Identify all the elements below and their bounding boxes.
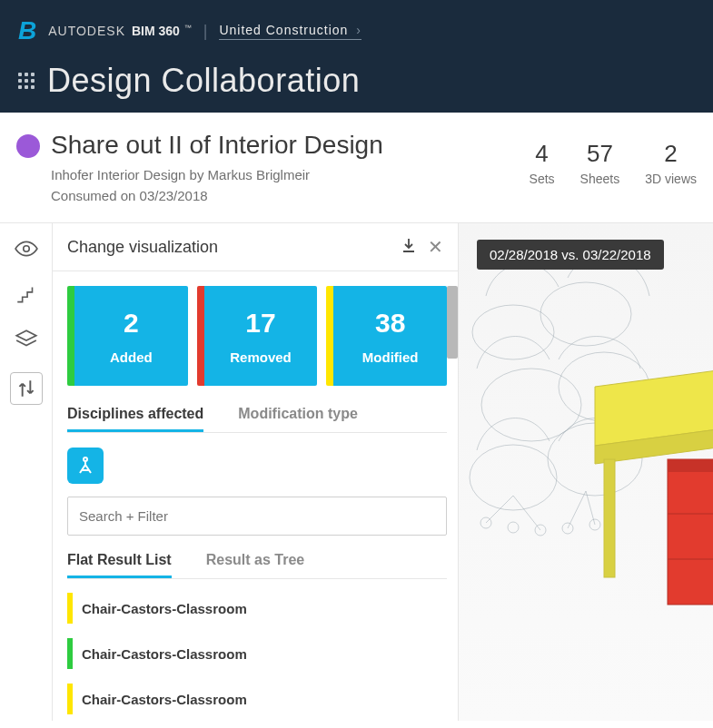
svg-rect-21 bbox=[668, 459, 713, 605]
result-item[interactable]: Chair-Castors-Classroom bbox=[67, 681, 447, 717]
stat-sheets-label: Sheets bbox=[580, 172, 620, 186]
stat-sets-value: 4 bbox=[530, 140, 555, 168]
card-added[interactable]: 2 Added bbox=[67, 286, 188, 386]
company-name: United Construction bbox=[219, 23, 348, 37]
svg-marker-1 bbox=[16, 330, 36, 340]
header-title-row: Design Collaboration bbox=[18, 62, 695, 100]
company-dropdown[interactable]: United Construction › bbox=[219, 23, 361, 40]
result-item[interactable]: Chair-Castors-Classroom bbox=[67, 590, 447, 626]
left-rail bbox=[0, 223, 53, 721]
svg-rect-22 bbox=[668, 459, 713, 472]
stat-sheets[interactable]: 57 Sheets bbox=[580, 140, 620, 206]
card-removed-num: 17 bbox=[245, 308, 275, 339]
result-view-tabs: Flat Result List Result as Tree bbox=[67, 552, 447, 579]
svg-point-4 bbox=[540, 282, 631, 346]
page-title: Design Collaboration bbox=[47, 62, 360, 100]
package-meta-date: Consumed on 03/23/2018 bbox=[51, 186, 383, 207]
filter-tabs: Disciplines affected Modification type bbox=[67, 406, 447, 433]
stairs-icon[interactable] bbox=[14, 281, 39, 307]
trademark-icon: ™ bbox=[184, 24, 193, 32]
stat-3dviews[interactable]: 2 3D views bbox=[645, 140, 697, 206]
svg-point-0 bbox=[23, 246, 29, 252]
brand-light: AUTODESK bbox=[48, 24, 125, 38]
divider-icon: | bbox=[203, 22, 209, 41]
svg-point-2 bbox=[84, 457, 87, 461]
card-added-num: 2 bbox=[124, 308, 139, 339]
svg-line-14 bbox=[486, 496, 513, 523]
tab-disciplines[interactable]: Disciplines affected bbox=[67, 406, 203, 432]
subheader-left: Share out II of Interior Design Inhofer … bbox=[16, 131, 383, 206]
search-filter-input[interactable] bbox=[67, 497, 447, 536]
result-item-label: Chair-Castors-Classroom bbox=[82, 601, 247, 616]
svg-point-10 bbox=[508, 522, 519, 533]
card-added-label: Added bbox=[110, 349, 153, 365]
panel-body: 2 Added 17 Removed 38 Modified Disciplin… bbox=[53, 271, 458, 721]
stat-3dviews-value: 2 bbox=[645, 140, 697, 168]
card-removed[interactable]: 17 Removed bbox=[197, 286, 318, 386]
svg-point-7 bbox=[470, 445, 557, 510]
brand-bold: BIM 360 bbox=[132, 24, 180, 38]
brand-text: AUTODESK BIM 360 ™ bbox=[48, 24, 192, 38]
card-modified-label: Modified bbox=[362, 349, 419, 365]
summary-cards: 2 Added 17 Removed 38 Modified bbox=[67, 286, 447, 386]
result-list: Chair-Castors-Classroom Chair-Castors-Cl… bbox=[67, 590, 447, 717]
stat-3dviews-label: 3D views bbox=[645, 172, 697, 186]
svg-line-16 bbox=[568, 491, 586, 528]
tab-flat-list[interactable]: Flat Result List bbox=[67, 552, 172, 578]
change-panel: Change visualization ✕ 2 Added 17 Remove… bbox=[53, 223, 459, 721]
package-meta-author: Inhofer Interior Design by Markus Briglm… bbox=[51, 165, 383, 186]
app-launcher-icon[interactable] bbox=[18, 73, 35, 89]
status-bar-icon bbox=[67, 593, 73, 624]
status-bar-icon bbox=[67, 638, 73, 669]
tab-modification-type[interactable]: Modification type bbox=[238, 406, 358, 432]
stats-row: 4 Sets 57 Sheets 2 3D views bbox=[530, 140, 697, 206]
svg-line-15 bbox=[513, 496, 540, 530]
main-area: Change visualization ✕ 2 Added 17 Remove… bbox=[0, 223, 713, 721]
compare-date-badge: 02/28/2018 vs. 03/22/2018 bbox=[477, 240, 664, 270]
header-top-row: B AUTODESK BIM 360 ™ | United Constructi… bbox=[18, 16, 695, 45]
layers-icon[interactable] bbox=[14, 327, 39, 352]
scrollbar-thumb[interactable] bbox=[447, 286, 458, 359]
3d-viewer[interactable]: 02/28/2018 vs. 03/22/2018 bbox=[459, 223, 713, 721]
panel-actions: ✕ bbox=[402, 236, 443, 258]
card-modified-num: 38 bbox=[375, 308, 405, 339]
close-icon[interactable]: ✕ bbox=[428, 236, 443, 258]
svg-line-17 bbox=[586, 491, 595, 525]
card-modified[interactable]: 38 Modified bbox=[326, 286, 447, 386]
card-removed-label: Removed bbox=[230, 349, 292, 365]
subheader: Share out II of Interior Design Inhofer … bbox=[0, 113, 713, 223]
discipline-architecture-icon[interactable] bbox=[67, 448, 104, 484]
status-bar-icon bbox=[67, 684, 73, 714]
panel-header: Change visualization ✕ bbox=[53, 223, 458, 271]
package-title: Share out II of Interior Design bbox=[51, 131, 383, 160]
result-item[interactable]: Chair-Castors-Classroom bbox=[67, 635, 447, 672]
stat-sheets-value: 57 bbox=[580, 140, 620, 168]
stat-sets-label: Sets bbox=[530, 172, 555, 186]
svg-point-3 bbox=[472, 305, 554, 359]
panel-title: Change visualization bbox=[67, 238, 218, 257]
package-status-dot-icon bbox=[16, 134, 40, 158]
svg-rect-20 bbox=[604, 459, 615, 577]
autodesk-logo-icon: B bbox=[18, 16, 37, 45]
compare-arrows-icon[interactable] bbox=[10, 372, 43, 405]
eye-icon[interactable] bbox=[14, 236, 39, 261]
tab-tree[interactable]: Result as Tree bbox=[206, 552, 305, 578]
stat-sets[interactable]: 4 Sets bbox=[530, 140, 555, 206]
app-header: B AUTODESK BIM 360 ™ | United Constructi… bbox=[0, 0, 713, 113]
chevron-right-icon: › bbox=[356, 23, 361, 37]
download-icon[interactable] bbox=[402, 238, 415, 256]
result-item-label: Chair-Castors-Classroom bbox=[82, 692, 247, 707]
result-item-label: Chair-Castors-Classroom bbox=[82, 646, 247, 662]
